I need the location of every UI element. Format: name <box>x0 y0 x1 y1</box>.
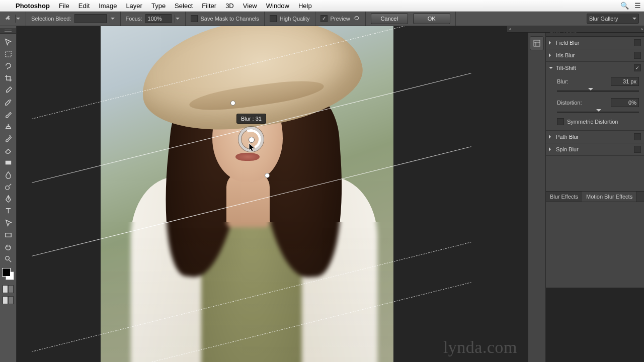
pin-icon[interactable] <box>5 15 12 23</box>
marquee-tool[interactable] <box>2 48 14 59</box>
preview-checkbox[interactable] <box>320 15 328 22</box>
collapse-right-icon[interactable]: ›› <box>641 27 642 32</box>
blur-label: Blur: <box>557 78 569 84</box>
section-path-blur[interactable]: Path Blur <box>546 131 644 143</box>
app-name[interactable]: Photoshop <box>11 2 54 10</box>
panel-tabstrip[interactable]: ‹‹ ›› <box>507 26 644 33</box>
iris-blur-label: Iris Blur <box>556 52 575 58</box>
tool-preset-dropdown[interactable] <box>15 15 21 23</box>
menu-file[interactable]: File <box>54 2 74 10</box>
save-mask-checkbox[interactable] <box>191 15 198 22</box>
field-blur-toggle[interactable] <box>634 39 641 46</box>
menu-3d[interactable]: 3D <box>221 2 238 10</box>
high-quality-checkbox[interactable] <box>270 15 277 22</box>
history-brush-tool[interactable] <box>2 133 14 144</box>
right-panel-column: ‹‹ ›› Blur Tools Field Blur <box>528 26 644 362</box>
selection-bleed-input[interactable] <box>74 14 107 23</box>
distortion-slider[interactable] <box>557 109 639 115</box>
menu-view[interactable]: View <box>238 2 262 10</box>
path-selection-tool[interactable] <box>2 217 14 228</box>
blur-tooltip: Blur : 31 <box>236 114 266 124</box>
workspace: Blur : 31 lynda.com ‹‹ ›› Blur Tools Fie <box>0 26 644 362</box>
document-image[interactable]: Blur : 31 <box>101 26 393 362</box>
selection-bleed-label: Selection Bleed: <box>31 16 71 22</box>
tiltshift-handle[interactable] <box>230 101 235 106</box>
foreground-color-swatch[interactable] <box>2 268 11 277</box>
selection-bleed-dropdown[interactable] <box>110 15 115 23</box>
clone-stamp-tool[interactable] <box>2 121 14 132</box>
svg-rect-3 <box>5 233 11 237</box>
blur-slider[interactable] <box>557 88 639 94</box>
menu-type[interactable]: Type <box>147 2 170 10</box>
color-swatches[interactable] <box>2 268 14 280</box>
menu-window[interactable]: Window <box>262 2 294 10</box>
cancel-button[interactable]: Cancel <box>371 13 408 24</box>
section-field-blur[interactable]: Field Blur <box>546 37 644 49</box>
focus-input[interactable] <box>145 14 172 23</box>
healing-brush-tool[interactable] <box>2 97 14 108</box>
menu-help[interactable]: Help <box>294 2 316 10</box>
hand-tool[interactable] <box>2 241 14 252</box>
symmetric-distortion-checkbox[interactable] <box>557 118 564 125</box>
spin-blur-toggle[interactable] <box>634 146 641 153</box>
menu-edit[interactable]: Edit <box>74 2 94 10</box>
save-mask-label: Save Mask to Channels <box>201 16 259 22</box>
preview-label: Preview <box>331 16 350 22</box>
chevron-right-icon <box>549 147 553 151</box>
spotlight-icon[interactable]: 🔍 <box>618 2 631 10</box>
tab-motion-blur-effects[interactable]: Motion Blur Effects <box>582 192 637 202</box>
blur-value[interactable]: 31 px <box>611 77 639 86</box>
tab-blur-effects[interactable]: Blur Effects <box>546 192 582 202</box>
toolbox <box>0 26 17 362</box>
gradient-tool[interactable] <box>2 157 14 168</box>
quickmask-toggle[interactable] <box>3 285 14 293</box>
section-spin-blur[interactable]: Spin Blur <box>546 143 644 155</box>
dodge-tool[interactable] <box>2 181 14 192</box>
focus-dropdown[interactable] <box>175 15 180 23</box>
panel-dock <box>528 26 546 362</box>
iris-blur-toggle[interactable] <box>634 52 641 59</box>
svg-rect-1 <box>5 160 11 164</box>
distortion-value[interactable]: 0% <box>611 98 639 107</box>
workspace-mode-dropdown[interactable]: Blur Gallery <box>587 14 639 24</box>
canvas-area[interactable]: Blur : 31 lynda.com <box>17 26 528 362</box>
crop-tool[interactable] <box>2 72 14 83</box>
menu-select[interactable]: Select <box>170 2 197 10</box>
collapse-left-icon[interactable]: ‹‹ <box>509 27 510 32</box>
revert-icon[interactable] <box>353 15 360 23</box>
tilt-shift-toggle[interactable] <box>634 64 641 71</box>
svg-rect-5 <box>534 40 540 46</box>
toolbox-grip[interactable] <box>0 28 16 34</box>
menubar-list-icon[interactable]: ☰ <box>631 2 644 10</box>
move-tool[interactable] <box>2 36 14 47</box>
screenmode-toggle[interactable] <box>3 296 14 304</box>
chevron-down-icon <box>549 67 553 71</box>
blur-effects-panel: Blur Effects Motion Blur Effects <box>546 191 644 288</box>
eraser-tool[interactable] <box>2 145 14 156</box>
lasso-tool[interactable] <box>2 60 14 71</box>
eyedropper-tool[interactable] <box>2 84 14 96</box>
section-tilt-shift[interactable]: Tilt-Shift <box>546 62 644 74</box>
tiltshift-handle[interactable] <box>265 173 270 178</box>
tiltshift-blur-ring[interactable] <box>238 127 264 152</box>
path-blur-toggle[interactable] <box>634 133 641 140</box>
menu-layer[interactable]: Layer <box>121 2 147 10</box>
type-tool[interactable] <box>2 205 14 216</box>
workspace-mode-label: Blur Gallery <box>589 16 618 22</box>
dock-button[interactable] <box>530 36 544 50</box>
chevron-right-icon <box>549 135 553 139</box>
panels: Blur Tools Field Blur Iris Blur <box>546 26 644 362</box>
section-iris-blur[interactable]: Iris Blur <box>546 49 644 61</box>
menu-image[interactable]: Image <box>94 2 121 10</box>
zoom-tool[interactable] <box>2 253 14 264</box>
brush-tool[interactable] <box>2 109 14 120</box>
menu-filter[interactable]: Filter <box>197 2 221 10</box>
tiltshift-pin-center[interactable] <box>249 137 255 143</box>
focus-label: Focus: <box>126 16 142 22</box>
pen-tool[interactable] <box>2 193 14 204</box>
chevron-right-icon <box>549 53 553 57</box>
ok-button[interactable]: OK <box>413 13 450 24</box>
blur-tool[interactable] <box>2 169 14 180</box>
blur-effects-body <box>546 202 644 288</box>
rectangle-tool[interactable] <box>2 229 14 240</box>
